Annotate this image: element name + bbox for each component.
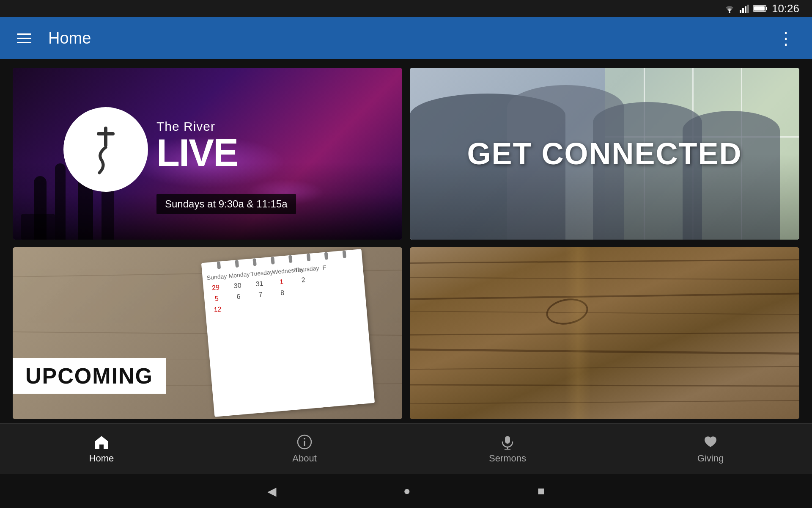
page-title: Home <box>48 29 91 47</box>
svg-rect-1 <box>740 10 741 13</box>
live-card-text: The River LIVE <box>156 119 238 172</box>
river-logo <box>63 107 148 192</box>
nav-home-label: Home <box>89 453 114 464</box>
svg-rect-6 <box>766 7 767 10</box>
get-connected-label: GET CONNECTED <box>467 136 742 171</box>
nav-sermons[interactable]: Sermons <box>465 434 550 464</box>
svg-point-0 <box>729 11 730 13</box>
live-label: LIVE <box>156 134 238 172</box>
card-upcoming[interactable]: Sunday Monday Tuesday Wednesday Thursday… <box>13 247 402 419</box>
home-icon <box>94 434 109 450</box>
status-bar: 10:26 <box>0 0 812 17</box>
nav-giving[interactable]: Giving <box>668 434 753 464</box>
card-connected[interactable]: GET CONNECTED <box>410 68 799 240</box>
menu-button[interactable] <box>17 33 31 43</box>
recents-button[interactable]: ■ <box>538 484 545 498</box>
nav-sermons-label: Sermons <box>489 453 526 464</box>
nav-about-label: About <box>292 453 317 464</box>
card-live[interactable]: The River LIVE Sundays at 9:30a & 11:15a <box>13 68 402 240</box>
svg-rect-4 <box>747 5 749 13</box>
svg-rect-2 <box>742 8 744 13</box>
upcoming-label: UPCOMING <box>13 358 166 394</box>
calendar-visual: Sunday Monday Tuesday Wednesday Thursday… <box>201 249 375 417</box>
status-icons: 10:26 <box>724 2 799 15</box>
app-bar: Home ⋮ <box>0 17 812 59</box>
card-wood[interactable] <box>410 247 799 419</box>
svg-rect-11 <box>304 441 305 446</box>
svg-rect-13 <box>505 436 510 444</box>
nav-home[interactable]: Home <box>59 434 144 464</box>
more-options-button[interactable]: ⋮ <box>777 28 795 48</box>
nav-giving-label: Giving <box>697 453 724 464</box>
battery-icon <box>753 5 768 12</box>
bottom-nav: Home About Sermons Giving <box>0 423 812 474</box>
card-wood-background <box>410 247 799 419</box>
heart-icon <box>703 434 718 450</box>
info-icon <box>297 434 312 450</box>
back-button[interactable]: ◀ <box>267 484 277 498</box>
home-button[interactable]: ● <box>403 484 411 498</box>
nav-about[interactable]: About <box>262 434 347 464</box>
app-bar-left: Home <box>17 29 91 47</box>
svg-rect-7 <box>754 6 765 11</box>
system-nav: ◀ ● ■ <box>0 474 812 508</box>
clock: 10:26 <box>772 2 799 15</box>
svg-rect-3 <box>745 6 746 13</box>
signal-icon <box>740 4 749 13</box>
svg-point-12 <box>304 438 305 439</box>
schedule-badge: Sundays at 9:30a & 11:15a <box>156 194 296 214</box>
main-content: The River LIVE Sundays at 9:30a & 11:15a… <box>0 59 812 423</box>
wifi-icon <box>724 4 735 13</box>
mic-icon <box>500 434 515 450</box>
